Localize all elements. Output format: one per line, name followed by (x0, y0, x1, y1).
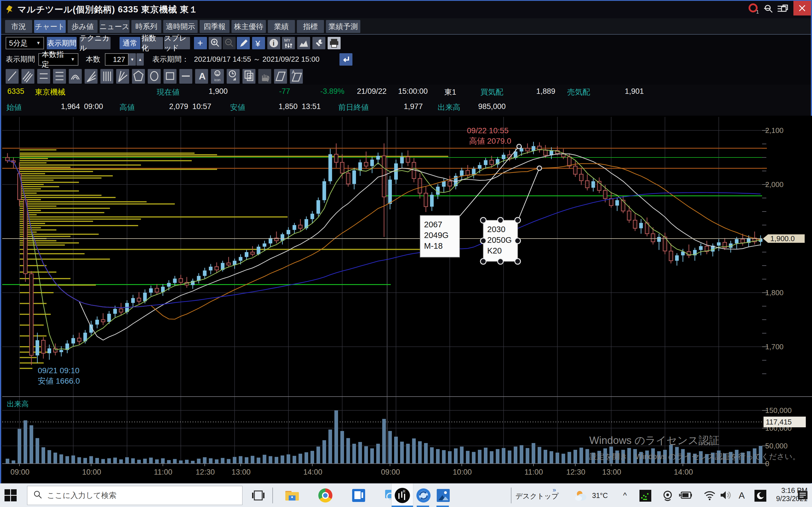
crosshair-icon[interactable]: + (194, 37, 207, 49)
svg-text:i: i (273, 40, 274, 47)
quote-field: -77 (279, 87, 290, 96)
stock-ticker-tray-icon[interactable] (640, 490, 651, 502)
selection-handle[interactable] (515, 259, 520, 264)
fan-lines-tool[interactable] (85, 69, 98, 83)
erase-all-tool[interactable]: A (290, 69, 303, 83)
reset-period-button[interactable] (340, 53, 352, 66)
toolbar-button-指数化[interactable]: 指数化 (142, 37, 163, 49)
tray-separator (511, 488, 511, 503)
selection-handle[interactable] (498, 217, 503, 223)
time-marker-tool[interactable] (227, 69, 240, 83)
quote-row-2: 始値1,96409:00高値2,07910:57安値1,85013:51前日終値… (1, 100, 811, 115)
info-icon[interactable]: i (267, 37, 280, 49)
tab-歩み値[interactable]: 歩み値 (68, 20, 98, 33)
title-bar[interactable]: マルチツール(個別銘柄) 6335 東京機械 東１ 1 (1, 1, 811, 18)
pencil-icon[interactable] (237, 37, 250, 49)
tab-指標[interactable]: 指標 (297, 20, 324, 33)
parallel-line-tool[interactable] (21, 69, 35, 83)
hand-tool[interactable] (258, 69, 271, 83)
chrome-icon[interactable] (316, 487, 335, 504)
close-button[interactable] (794, 1, 811, 15)
toolbar-button-テクニカル[interactable]: テクニカル (80, 37, 110, 49)
weather-icon[interactable] (574, 490, 589, 502)
screen: マルチツール(個別銘柄) 6335 東京機械 東１ 1 市況チャート歩み値ニュー… (0, 0, 812, 507)
search-input[interactable]: ここに入力して検索 (27, 486, 243, 505)
selection-handle[interactable] (480, 259, 486, 264)
notifications-icon[interactable] (797, 490, 809, 502)
selection-handle[interactable] (498, 259, 503, 264)
selection-handle[interactable] (515, 217, 520, 223)
note-box[interactable]: 20672049GM-18 (420, 216, 460, 257)
selection-handle[interactable] (480, 217, 486, 223)
svg-text:09:00: 09:00 (381, 468, 400, 476)
eraser-tool[interactable] (274, 69, 287, 83)
rectangle-tool[interactable] (163, 69, 176, 83)
icon-stamp-tool[interactable]: icon (211, 69, 224, 83)
start-button[interactable] (4, 489, 17, 502)
battery-icon[interactable] (679, 491, 693, 500)
count-down-button[interactable]: ▼ (129, 53, 136, 66)
volume-icon[interactable] (719, 490, 732, 501)
trend-line-tool[interactable] (6, 69, 18, 83)
tab-チャート[interactable]: チャート (34, 20, 66, 33)
my-chart-icon[interactable]: MY (282, 37, 295, 49)
three-horizontal-lines-tool[interactable] (53, 69, 66, 83)
yen-icon[interactable]: ¥ (252, 37, 265, 49)
ime-icon[interactable] (755, 490, 766, 502)
chart-app-icon[interactable]: R (393, 487, 411, 504)
news-app-icon[interactable] (350, 487, 368, 504)
printer-icon[interactable] (327, 37, 341, 49)
tab-ニュース[interactable]: ニュース (100, 20, 130, 33)
tab-株主優待[interactable]: 株主優待 (232, 20, 266, 33)
minimize-button[interactable] (758, 1, 776, 15)
horizontal-segment-tool[interactable] (179, 69, 192, 83)
toolbar-button-表示期間[interactable]: 表示期間 (47, 37, 77, 49)
text-tool[interactable]: A (195, 69, 208, 83)
tab-四季報[interactable]: 四季報 (200, 20, 230, 33)
count-up-button[interactable]: ▲ (137, 53, 144, 66)
task-view-button[interactable] (249, 487, 267, 504)
tab-業績[interactable]: 業績 (268, 20, 295, 33)
svg-text:安値 1666.0: 安値 1666.0 (38, 377, 80, 385)
quote-row-1: 6335東京機械現在値1,900-77-3.89%21/09/2215:00:0… (1, 85, 811, 100)
two-horizontal-lines-tool[interactable] (37, 69, 50, 83)
svg-text:14:00: 14:00 (303, 468, 322, 476)
tab-適時開示[interactable]: 適時開示 (163, 20, 198, 33)
ime-mode-label[interactable]: A (739, 490, 745, 501)
period-mode-select[interactable]: 本数指定▼ (38, 53, 79, 66)
zoom-out-icon[interactable] (223, 37, 236, 49)
sync-app-icon[interactable] (414, 487, 433, 504)
wifi-icon[interactable] (703, 490, 716, 501)
hidden-icons-chevron[interactable]: ^ (623, 491, 627, 500)
photos-app-icon[interactable] (434, 487, 452, 504)
quote-field: 13:51 (302, 102, 321, 111)
tab-市況[interactable]: 市況 (5, 20, 32, 33)
webcam-tray-icon[interactable] (662, 490, 673, 502)
wrench-icon[interactable] (312, 37, 325, 49)
restore-button[interactable] (776, 1, 794, 15)
pentagon-tool[interactable] (132, 69, 145, 83)
selection-handle[interactable] (480, 238, 486, 244)
fibonacci-arc-tool[interactable] (69, 69, 82, 83)
interval-select[interactable]: 5分足▼ (6, 37, 44, 49)
file-explorer-icon[interactable] (283, 487, 301, 504)
desktop-toolbar-label[interactable]: デスクトップ (515, 492, 559, 501)
bar-count-input[interactable]: 127 (105, 53, 129, 66)
duplicate-tool[interactable] (243, 69, 255, 83)
temperature-label[interactable]: 31°C (592, 492, 608, 500)
ellipse-tool[interactable] (148, 69, 161, 83)
selection-handle[interactable] (515, 238, 520, 244)
range-value: 2021/09/17 14:55 ～ 2021/09/22 15:00 (194, 54, 319, 64)
tab-時系列[interactable]: 時系列 (132, 20, 161, 33)
tab-業績予測[interactable]: 業績予測 (326, 20, 360, 33)
pitchfork-tool[interactable] (116, 69, 129, 83)
svg-text:09/22 10:55: 09/22 10:55 (467, 126, 509, 135)
vertical-lines-tool[interactable] (100, 69, 113, 83)
svg-text:1,700: 1,700 (765, 342, 783, 351)
chart-canvas[interactable]: 2,1002,0001,8001,7001,900.0150,000100,00… (2, 116, 812, 483)
note-box[interactable]: 20302050GK20 (483, 220, 518, 262)
toolbar-button-通常[interactable]: 通常 (119, 37, 140, 49)
zoom-in-icon[interactable] (209, 37, 221, 49)
toolbar-button-スプレッド[interactable]: スプレッド (164, 37, 190, 49)
area-chart-icon[interactable] (297, 37, 310, 49)
